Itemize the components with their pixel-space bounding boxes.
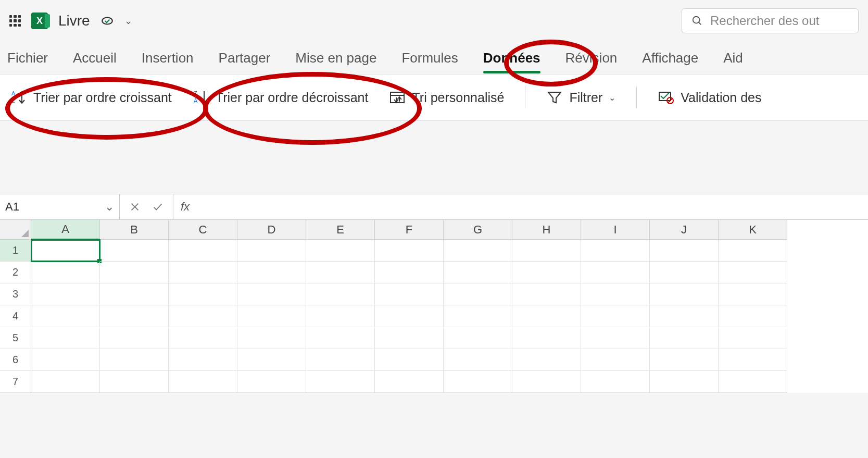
cell[interactable] bbox=[444, 283, 512, 305]
confirm-icon[interactable] bbox=[152, 201, 163, 213]
cell[interactable] bbox=[375, 283, 444, 305]
cell[interactable] bbox=[650, 283, 719, 305]
col-header-g[interactable]: G bbox=[444, 220, 512, 240]
cell[interactable] bbox=[237, 305, 306, 327]
fx-label[interactable]: fx bbox=[173, 200, 197, 214]
cell[interactable] bbox=[719, 327, 787, 349]
cell[interactable] bbox=[237, 371, 306, 393]
tab-accueil[interactable]: Accueil bbox=[73, 47, 117, 69]
cell[interactable] bbox=[31, 371, 100, 393]
cell[interactable] bbox=[581, 305, 650, 327]
row-header-7[interactable]: 7 bbox=[0, 371, 31, 393]
cell[interactable] bbox=[237, 262, 306, 283]
cell[interactable] bbox=[375, 349, 444, 371]
cell[interactable] bbox=[444, 305, 512, 327]
cell[interactable] bbox=[169, 305, 237, 327]
cell[interactable] bbox=[512, 371, 581, 393]
cell[interactable] bbox=[444, 262, 512, 283]
row-header-2[interactable]: 2 bbox=[0, 262, 31, 283]
cell[interactable] bbox=[650, 349, 719, 371]
cell[interactable] bbox=[31, 349, 100, 371]
cancel-icon[interactable] bbox=[129, 201, 141, 213]
cell[interactable] bbox=[719, 349, 787, 371]
cell[interactable] bbox=[512, 240, 581, 262]
cell[interactable] bbox=[100, 240, 169, 262]
col-header-j[interactable]: J bbox=[650, 220, 719, 240]
cell[interactable] bbox=[375, 371, 444, 393]
row-header-6[interactable]: 6 bbox=[0, 349, 31, 371]
tab-formules[interactable]: Formules bbox=[401, 47, 458, 69]
cell[interactable] bbox=[31, 283, 100, 305]
row-header-1[interactable]: 1 bbox=[0, 240, 31, 262]
col-header-h[interactable]: H bbox=[512, 220, 581, 240]
cell[interactable] bbox=[169, 240, 237, 262]
name-box[interactable]: A1 ⌄ bbox=[0, 194, 120, 219]
cell[interactable] bbox=[237, 283, 306, 305]
row-header-4[interactable]: 4 bbox=[0, 305, 31, 327]
cell[interactable] bbox=[100, 327, 169, 349]
cell[interactable] bbox=[306, 327, 375, 349]
cell[interactable] bbox=[719, 283, 787, 305]
cell[interactable] bbox=[512, 327, 581, 349]
tab-insertion[interactable]: Insertion bbox=[142, 47, 194, 69]
col-header-f[interactable]: F bbox=[375, 220, 444, 240]
cell[interactable] bbox=[581, 240, 650, 262]
cell[interactable] bbox=[169, 283, 237, 305]
col-header-a[interactable]: A bbox=[31, 220, 100, 240]
validation-button[interactable]: Validation des bbox=[658, 89, 761, 106]
cell[interactable] bbox=[719, 305, 787, 327]
select-all-corner[interactable] bbox=[0, 220, 31, 240]
cell[interactable] bbox=[306, 262, 375, 283]
cell[interactable] bbox=[650, 262, 719, 283]
tab-partager[interactable]: Partager bbox=[219, 47, 271, 69]
cell[interactable] bbox=[237, 240, 306, 262]
cell[interactable] bbox=[650, 371, 719, 393]
cell[interactable] bbox=[31, 262, 100, 283]
tab-revision[interactable]: Révision bbox=[565, 47, 618, 69]
sort-ascending-button[interactable]: AZ Trier par ordre croissant bbox=[10, 89, 172, 106]
col-header-c[interactable]: C bbox=[169, 220, 237, 240]
cell[interactable] bbox=[31, 327, 100, 349]
cell[interactable] bbox=[375, 262, 444, 283]
cell[interactable] bbox=[512, 305, 581, 327]
formula-input[interactable] bbox=[197, 194, 868, 219]
col-header-b[interactable]: B bbox=[100, 220, 169, 240]
cell[interactable] bbox=[306, 371, 375, 393]
col-header-d[interactable]: D bbox=[237, 220, 306, 240]
app-launcher-icon[interactable] bbox=[9, 15, 21, 27]
cell[interactable] bbox=[100, 371, 169, 393]
cell[interactable] bbox=[650, 305, 719, 327]
cell[interactable] bbox=[581, 371, 650, 393]
col-header-e[interactable]: E bbox=[306, 220, 375, 240]
col-header-k[interactable]: K bbox=[719, 220, 787, 240]
cell[interactable] bbox=[719, 262, 787, 283]
cell[interactable] bbox=[512, 349, 581, 371]
cell[interactable] bbox=[719, 240, 787, 262]
cell[interactable] bbox=[375, 305, 444, 327]
cell[interactable] bbox=[581, 349, 650, 371]
cell[interactable] bbox=[169, 327, 237, 349]
tab-fichier[interactable]: Fichier bbox=[7, 47, 48, 69]
cell[interactable] bbox=[169, 262, 237, 283]
tab-mise-en-page[interactable]: Mise en page bbox=[295, 47, 376, 69]
cell[interactable] bbox=[444, 240, 512, 262]
cell[interactable] bbox=[650, 240, 719, 262]
cell[interactable] bbox=[31, 305, 100, 327]
cell[interactable] bbox=[650, 327, 719, 349]
cell[interactable] bbox=[512, 283, 581, 305]
cell[interactable] bbox=[375, 327, 444, 349]
cell[interactable] bbox=[100, 305, 169, 327]
row-header-3[interactable]: 3 bbox=[0, 283, 31, 305]
cell[interactable] bbox=[512, 262, 581, 283]
cell[interactable] bbox=[100, 349, 169, 371]
cell[interactable] bbox=[581, 262, 650, 283]
tab-affichage[interactable]: Affichage bbox=[642, 47, 698, 69]
filter-button[interactable]: Filtrer ⌄ bbox=[546, 89, 615, 106]
sort-descending-button[interactable]: ZA Trier par ordre décroissant bbox=[193, 89, 369, 106]
cell[interactable] bbox=[444, 327, 512, 349]
tab-aide[interactable]: Aid bbox=[723, 47, 743, 69]
col-header-i[interactable]: I bbox=[581, 220, 650, 240]
chevron-down-icon[interactable]: ⌄ bbox=[105, 200, 114, 214]
search-box[interactable]: Rechercher des out bbox=[682, 8, 859, 33]
tab-donnees[interactable]: Données bbox=[483, 47, 540, 69]
